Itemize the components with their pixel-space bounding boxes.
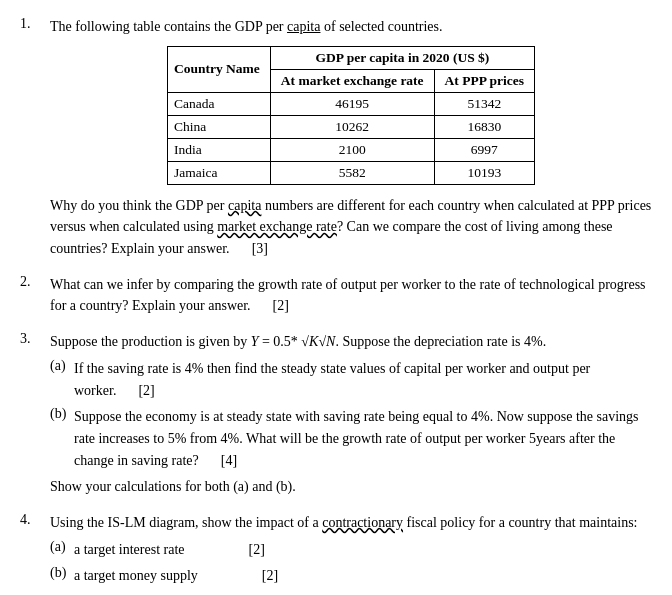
q4-part-b: (b) a target money supply [2]	[50, 565, 652, 587]
q3-part-a: (a) If the saving rate is 4% then find t…	[50, 358, 652, 401]
q1-marks: [3]	[252, 241, 268, 256]
q3-part-b: (b) Suppose the economy is at steady sta…	[50, 406, 652, 471]
q3-a-content: If the saving rate is 4% then find the s…	[74, 358, 652, 401]
q3-content: Suppose the production is given by Y = 0…	[50, 331, 652, 498]
q3-n: N	[326, 334, 335, 349]
cell-country-1: Canada	[167, 92, 270, 115]
table-row: China 10262 16830	[167, 115, 534, 138]
q1-followup: Why do you think the GDP per capita numb…	[50, 195, 652, 260]
q1-number: 1.	[20, 16, 50, 260]
q1-content: The following table contains the GDP per…	[50, 16, 652, 260]
q3-parts: (a) If the saving rate is 4% then find t…	[50, 358, 652, 471]
q4-part-a: (a) a target interest rate [2]	[50, 539, 652, 561]
q4-content: Using the IS-LM diagram, show the impact…	[50, 512, 652, 587]
q4-b-marks: [2]	[262, 568, 278, 583]
q1-capita-wavy: capita	[228, 198, 261, 213]
q3-a-marks: [2]	[138, 383, 154, 398]
q4-a-content: a target interest rate [2]	[74, 539, 652, 561]
q3-b-marks: [4]	[221, 453, 237, 468]
cell-ppp-4: 10193	[434, 161, 534, 184]
q3-formula: Y	[251, 334, 259, 349]
q2-marks: [2]	[273, 298, 289, 313]
cell-market-2: 10262	[270, 115, 434, 138]
cell-market-3: 2100	[270, 138, 434, 161]
q2-text: What can we infer by comparing the growt…	[50, 274, 652, 317]
q3-number: 3.	[20, 331, 50, 498]
cell-country-2: China	[167, 115, 270, 138]
question-2: 2. What can we infer by comparing the gr…	[20, 274, 652, 317]
q3-k: K	[309, 334, 318, 349]
cell-country-3: India	[167, 138, 270, 161]
q4-b-content: a target money supply [2]	[74, 565, 652, 587]
col-market: At market exchange rate	[270, 69, 434, 92]
q4-contractionary-underline: contractionary	[322, 515, 403, 530]
cell-market-1: 46195	[270, 92, 434, 115]
q2-number: 2.	[20, 274, 50, 317]
question-4: 4. Using the IS-LM diagram, show the imp…	[20, 512, 652, 587]
q1-market-wavy: market exchange rate	[217, 219, 337, 234]
q3-text: Suppose the production is given by Y = 0…	[50, 331, 652, 353]
col-country: Country Name	[167, 46, 270, 92]
question-3: 3. Suppose the production is given by Y …	[20, 331, 652, 498]
q2-content: What can we infer by comparing the growt…	[50, 274, 652, 317]
q3-a-label: (a)	[50, 358, 74, 374]
q4-number: 4.	[20, 512, 50, 587]
q3-show-calc: Show your calculations for both (a) and …	[50, 476, 652, 498]
q3-b-content: Suppose the economy is at steady state w…	[74, 406, 652, 471]
col-gdp-header: GDP per capita in 2020 (US $)	[270, 46, 534, 69]
cell-ppp-3: 6997	[434, 138, 534, 161]
cell-ppp-2: 16830	[434, 115, 534, 138]
gdp-table: Country Name GDP per capita in 2020 (US …	[167, 46, 535, 185]
cell-market-4: 5582	[270, 161, 434, 184]
q4-a-marks: [2]	[249, 542, 265, 557]
q1-capita-underline: capita	[287, 19, 320, 34]
table-row: Jamaica 5582 10193	[167, 161, 534, 184]
cell-ppp-1: 51342	[434, 92, 534, 115]
q4-a-label: (a)	[50, 539, 74, 555]
q4-parts: (a) a target interest rate [2] (b) a tar…	[50, 539, 652, 587]
q4-text: Using the IS-LM diagram, show the impact…	[50, 512, 652, 534]
q4-b-label: (b)	[50, 565, 74, 581]
table-row: Canada 46195 51342	[167, 92, 534, 115]
q1-table-section: Country Name GDP per capita in 2020 (US …	[50, 46, 652, 185]
q1-intro: The following table contains the GDP per…	[50, 16, 652, 38]
table-header-row1: Country Name GDP per capita in 2020 (US …	[167, 46, 534, 69]
q3-b-label: (b)	[50, 406, 74, 422]
question-1: 1. The following table contains the GDP …	[20, 16, 652, 260]
cell-country-4: Jamaica	[167, 161, 270, 184]
col-ppp: At PPP prices	[434, 69, 534, 92]
table-row: India 2100 6997	[167, 138, 534, 161]
